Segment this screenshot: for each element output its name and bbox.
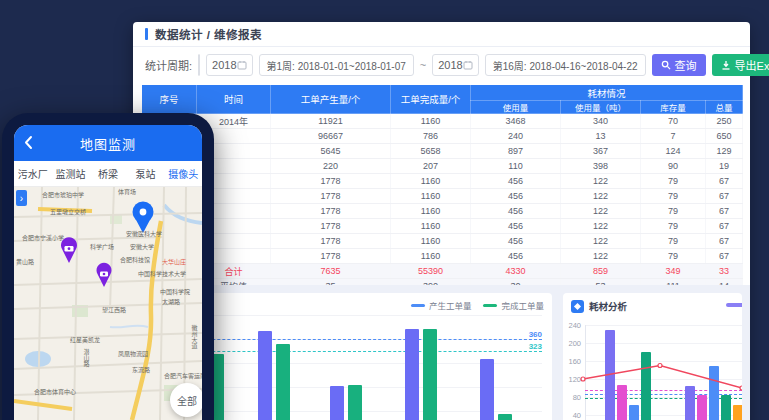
period-segmented-control: 年季月周日 [198, 54, 200, 76]
table-row: 177811604561227967 [142, 219, 743, 234]
y-axis-tick: 160 [565, 357, 581, 366]
start-week-picker[interactable]: 第1周: 2018-01-01~2018-01-07 [259, 54, 414, 76]
table-cell: 1778 [271, 219, 391, 234]
map-label: 中国科学技术大学 [138, 271, 186, 278]
table-cell: 1160 [391, 249, 471, 264]
table-cell: 897 [471, 144, 561, 159]
phone-tab-泵站[interactable]: 泵站 [127, 166, 165, 181]
table-cell: 79 [641, 219, 706, 234]
phone-tab-bar: 污水厂监测站桥梁泵站摄像头 [14, 161, 202, 187]
back-icon[interactable] [24, 135, 33, 150]
phone-tab-监测站[interactable]: 监测站 [52, 166, 90, 181]
search-icon [661, 60, 671, 70]
table-cell: 1160 [391, 219, 471, 234]
table-cell: 1778 [271, 234, 391, 249]
calendar-icon [237, 60, 247, 70]
bar-group2 [697, 395, 707, 420]
table-cell: 79 [641, 249, 706, 264]
phone-tab-桥梁[interactable]: 桥梁 [89, 166, 127, 181]
start-year-picker[interactable]: 2018 [206, 54, 252, 76]
table-cell: 650 [706, 129, 743, 144]
map-label: 科学广场 [90, 244, 114, 251]
table-cell: 67 [706, 219, 743, 234]
column-header: 序号 [142, 85, 197, 114]
map-label: 凤凰物流园 [118, 351, 148, 358]
bar-group2 [709, 366, 719, 420]
table-cell: 13 [561, 129, 641, 144]
table-row: 177811604561227967 [142, 234, 743, 249]
map-label: 合肥科技馆 [120, 257, 150, 264]
breadcrumb-accent-bar [145, 28, 148, 40]
table-cell: 96667 [271, 129, 391, 144]
range-separator: ~ [420, 59, 426, 71]
y-axis-line [585, 325, 586, 420]
table-cell: 250 [706, 114, 743, 129]
table-cell: 3468 [471, 114, 561, 129]
table-cell: 1160 [391, 204, 471, 219]
table-cell: 67 [706, 174, 743, 189]
table-cell: 122 [561, 204, 641, 219]
gridline [157, 315, 542, 316]
table-cell: 367 [561, 144, 641, 159]
table-cell: 55390 [391, 264, 471, 279]
table-cell: 398 [561, 159, 641, 174]
charts-section: 产生工单量完成工单量 360323 耗材分析 2402001601208040 [133, 285, 750, 420]
phone-tab-摄像头[interactable]: 摄像头 [164, 166, 202, 181]
table-cell: 122 [561, 174, 641, 189]
table-cell: 70 [641, 114, 706, 129]
period-label: 统计周期: [145, 57, 192, 73]
show-all-button[interactable]: 全部 [170, 383, 202, 417]
table-cell: 79 [641, 174, 706, 189]
column-header: 时间 [197, 85, 271, 114]
table-cell: 5658 [391, 144, 471, 159]
gridline [585, 325, 742, 326]
map-expander-button[interactable]: › [16, 190, 27, 206]
table-cell: 67 [706, 234, 743, 249]
column-header: 工单产生量/个 [271, 85, 391, 114]
start-year-value: 2018 [212, 59, 236, 71]
query-button[interactable]: 查询 [652, 54, 706, 76]
sub-column-header: 使用量 [471, 101, 561, 114]
map-label: 东流路 [132, 367, 150, 374]
consumables-chart-title: 耗材分析 [589, 299, 627, 313]
end-week-picker[interactable]: 第16周: 2018-04-16~2018-04-22 [485, 54, 646, 76]
bar-完成工单量 [423, 329, 437, 420]
bar-group2 [685, 386, 695, 420]
phone-tab-污水厂[interactable]: 污水厂 [14, 166, 52, 181]
bar-产生工单量 [330, 386, 344, 420]
y-axis-tick: 40 [565, 411, 581, 420]
map-label: 中国科学院 [160, 289, 190, 296]
map-view[interactable]: › 全部 合肥市琥珀中学体育场五里墩立交桥合肥市宁溪小学安徽医科大学科学广场安徽… [14, 187, 202, 420]
map-label: 望江西路 [102, 307, 126, 314]
end-year-picker[interactable]: 2018 [432, 54, 478, 76]
reference-label: 360 [529, 330, 542, 339]
header-divider [133, 46, 750, 47]
reference-label: 323 [529, 342, 542, 351]
reference-line-360: 360 [157, 339, 542, 340]
map-label: 红星美凯龙 [70, 337, 100, 344]
bar-产生工单量 [480, 359, 494, 420]
table-row: 12014年119211160346834070250 [142, 114, 743, 129]
table-cell: 11921 [271, 114, 391, 129]
period-option-年[interactable]: 年 [199, 55, 200, 75]
table-cell: 79 [641, 204, 706, 219]
table-cell: 122 [561, 234, 641, 249]
bar-产生工单量 [258, 331, 272, 420]
phone-device: 地图监测 污水厂监测站桥梁泵站摄像头 [2, 113, 214, 420]
table-cell: 456 [471, 219, 561, 234]
bar-完成工单量 [276, 344, 290, 420]
export-excel-button[interactable]: 导出Excel [712, 54, 769, 76]
table-cell: 240 [471, 129, 561, 144]
table-row: 177811604561227967 [142, 249, 743, 264]
table-cell: 7 [641, 129, 706, 144]
map-label: 太湖路 [162, 299, 180, 306]
table-row: 2202071103989019 [142, 159, 743, 174]
phone-page-title: 地图监测 [80, 134, 136, 153]
table-cell: 110 [471, 159, 561, 174]
table-cell: 456 [471, 174, 561, 189]
consumables-chart-plot: 2402001601208040 [563, 317, 742, 420]
analysis-icon [571, 300, 584, 313]
breadcrumb: 数据统计 / 维修报表 [133, 22, 750, 42]
download-icon [721, 60, 731, 70]
filter-toolbar: 统计周期: 年季月周日 2018 第1周: 2018-01-01~2018-01… [133, 50, 750, 80]
